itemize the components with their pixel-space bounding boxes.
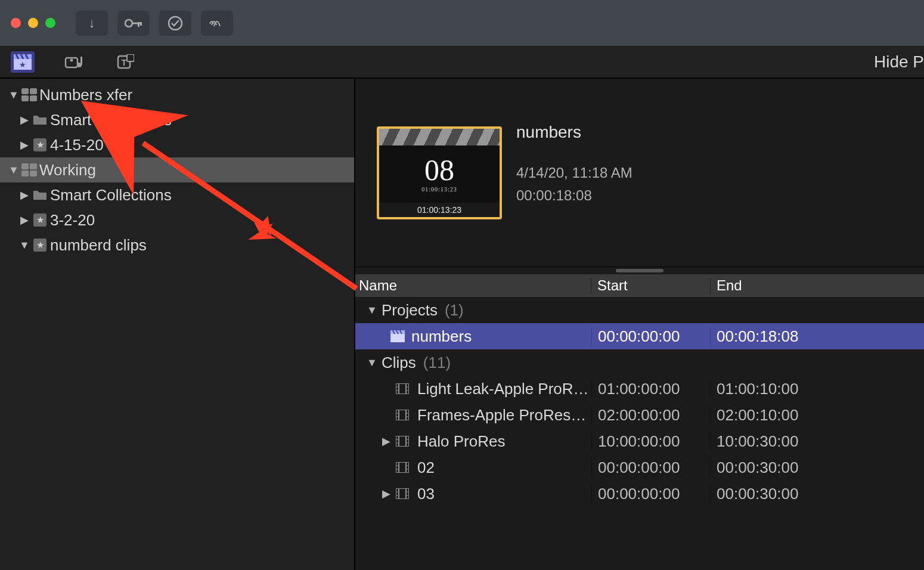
filmstrip-icon: [396, 436, 409, 447]
svg-text:T: T: [121, 57, 126, 67]
svg-rect-14: [127, 54, 134, 61]
svg-rect-3: [140, 22, 142, 26]
disclosure-triangle[interactable]: ▶: [379, 435, 393, 448]
clip-row-3[interactable]: 0200:00:00:0000:00:30:00: [355, 454, 924, 481]
svg-rect-43: [406, 462, 409, 473]
sidebar-item-label: Numbers xfer: [39, 86, 132, 104]
audio-enhancements-button[interactable]: [201, 11, 233, 36]
titles-generators-tab[interactable]: T: [113, 51, 137, 73]
svg-rect-34: [396, 436, 399, 447]
library-sidebar: ▼Numbers xfer▶Smart Collections▶★4-15-20…: [0, 79, 355, 570]
titlebar: ↓: [0, 0, 924, 47]
disclosure-triangle[interactable]: ▶: [18, 138, 31, 151]
group-projects[interactable]: ▼Projects(1): [355, 297, 924, 323]
group-label: Clips: [382, 354, 416, 372]
pane-divider[interactable]: [355, 267, 924, 274]
sidebar-item-4[interactable]: ▶Smart Collections: [0, 182, 354, 207]
project-title: numbers: [516, 123, 632, 142]
clip-row-0[interactable]: Light Leak-Apple ProR…01:00:00:0001:00:1…: [355, 376, 924, 402]
cell-end: 02:00:10:00: [711, 406, 924, 425]
clip-row-2[interactable]: ▶Halo ProRes10:00:00:0010:00:30:00: [355, 428, 924, 454]
background-tasks-button[interactable]: [159, 11, 191, 36]
sidebar-item-6[interactable]: ▼★numberd clips: [0, 233, 354, 258]
audio-waves-icon: [209, 17, 225, 30]
sidebar-item-label: 3-2-20: [50, 211, 95, 230]
clapperboard-star-icon: ★: [14, 54, 32, 70]
folder-icon: [33, 186, 47, 205]
thumbnail-timecode: 01:00:13:23: [379, 203, 500, 217]
minimize-window-button[interactable]: [28, 18, 38, 28]
sidebar-item-3[interactable]: ▼Working: [0, 157, 354, 182]
svg-rect-19: [406, 383, 409, 394]
sidebar-item-label: Smart Collections: [50, 186, 172, 205]
library-tab[interactable]: ★: [11, 51, 35, 73]
svg-rect-33: [396, 436, 409, 447]
disclosure-triangle[interactable]: ▶: [379, 487, 393, 500]
sidebar-item-0[interactable]: ▼Numbers xfer: [0, 82, 354, 107]
project-duration: 00:00:18:08: [516, 187, 632, 204]
sidebar-item-2[interactable]: ▶★4-15-20: [0, 132, 354, 157]
cell-start: 00:00:00:00: [591, 327, 711, 346]
project-thumbnail[interactable]: 08 01:00:13:23 01:00:13:23: [377, 126, 502, 219]
item-name: 03: [417, 485, 435, 503]
browser-panel: 08 01:00:13:23 01:00:13:23 numbers 4/14/…: [355, 79, 924, 570]
svg-rect-25: [396, 410, 409, 420]
event-star-icon: ★: [33, 213, 46, 227]
column-name[interactable]: Name: [355, 277, 591, 294]
group-clips[interactable]: ▼Clips(11): [355, 349, 924, 376]
cell-end: 01:00:10:00: [711, 380, 924, 398]
library-icon: [21, 88, 37, 101]
svg-rect-49: [396, 488, 409, 499]
group-label: Projects: [382, 301, 438, 320]
import-button[interactable]: ↓: [76, 11, 108, 36]
svg-rect-35: [406, 436, 409, 447]
keyword-editor-button[interactable]: [117, 11, 150, 36]
svg-rect-50: [396, 488, 399, 499]
clapperboard-icon: [390, 330, 405, 342]
checkmark-circle-icon: [167, 15, 184, 32]
sidebar-item-1[interactable]: ▶Smart Collections: [0, 107, 354, 132]
disclosure-triangle[interactable]: ▶: [18, 188, 31, 202]
event-star-icon: ★: [33, 238, 46, 252]
sidebar-item-5[interactable]: ▶★3-2-20: [0, 207, 354, 233]
close-window-button[interactable]: [11, 18, 21, 28]
svg-point-9: [70, 59, 73, 62]
cell-start: 00:00:00:00: [591, 459, 711, 477]
clip-row-1[interactable]: Frames-Apple ProRes…02:00:00:0002:00:10:…: [355, 402, 924, 428]
clip-row-4[interactable]: ▶0300:00:00:0000:00:30:00: [355, 481, 924, 507]
project-row[interactable]: numbers00:00:00:0000:00:18:08: [355, 323, 924, 349]
item-name: Frames-Apple ProRes…: [417, 406, 586, 425]
svg-rect-27: [406, 410, 409, 420]
photos-audio-tab[interactable]: [62, 51, 86, 73]
filmstrip-icon: [396, 488, 409, 499]
list-header: Name Start End: [355, 274, 924, 297]
disclosure-triangle[interactable]: ▶: [18, 113, 31, 126]
svg-rect-18: [396, 383, 399, 394]
cell-start: 10:00:00:00: [591, 432, 711, 451]
disclosure-triangle[interactable]: ▼: [7, 89, 20, 101]
column-start[interactable]: Start: [591, 277, 711, 294]
svg-rect-2: [138, 22, 139, 27]
item-name: Light Leak-Apple ProR…: [417, 380, 589, 398]
disclosure-triangle[interactable]: ▶: [18, 213, 31, 227]
disclosure-triangle[interactable]: ▼: [18, 239, 31, 252]
cell-end: 00:00:18:08: [711, 327, 924, 346]
zoom-window-button[interactable]: [45, 18, 55, 28]
disclosure-triangle[interactable]: ▼: [365, 357, 379, 369]
disclosure-triangle[interactable]: ▼: [365, 304, 379, 317]
svg-rect-42: [396, 462, 399, 473]
svg-text:★: ★: [19, 60, 26, 69]
filmstrip-area: 08 01:00:13:23 01:00:13:23 numbers 4/14/…: [355, 79, 924, 267]
sidebar-item-label: Smart Collections: [50, 111, 172, 129]
svg-rect-51: [406, 488, 409, 499]
cell-end: 00:00:30:00: [711, 459, 924, 477]
thumbnail-body: 08 01:00:13:23: [379, 145, 500, 203]
column-end[interactable]: End: [711, 277, 924, 294]
group-count: (1): [445, 301, 464, 320]
thumbnail-number: 08: [424, 155, 454, 185]
library-icon: [21, 163, 37, 176]
disclosure-triangle[interactable]: ▼: [7, 164, 20, 176]
item-name: 02: [417, 459, 435, 477]
hide-toggle[interactable]: Hide P: [874, 52, 924, 72]
svg-rect-1: [132, 22, 141, 24]
